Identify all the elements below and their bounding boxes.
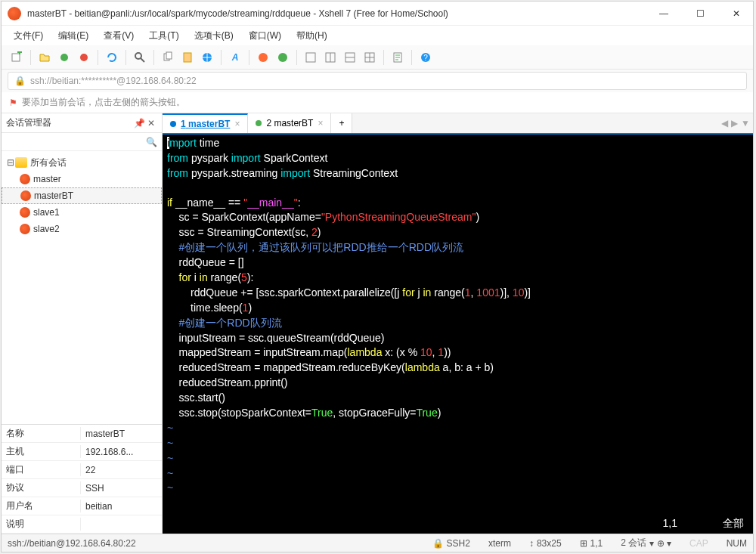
hint-bar: ⚑ 要添加当前会话，点击左侧的箭头按钮。: [2, 92, 753, 113]
layout2-icon[interactable]: [321, 48, 339, 67]
tab-1[interactable]: 1 masterBT ×: [163, 113, 248, 133]
status-dot-icon: [256, 120, 262, 126]
new-tab-button[interactable]: +: [331, 113, 352, 133]
prop-row: 说明: [2, 515, 162, 534]
status-protocol: 🔒SSH2: [432, 538, 470, 549]
menu-help[interactable]: 帮助(H): [290, 27, 333, 45]
pin-icon[interactable]: 📌: [133, 117, 145, 129]
properties-table: 名称masterBT 主机192.168.6... 端口22 协议SSH 用户名…: [2, 424, 162, 534]
menu-tabs[interactable]: 选项卡(B): [188, 27, 240, 45]
tab-next-icon[interactable]: ▶: [731, 118, 738, 128]
session-manager-panel: 会话管理器 📌 ✕ 🔍 ⊟ 所有会话 master ma: [2, 113, 163, 534]
lock-icon: 🔒: [432, 538, 444, 549]
status-connection: ssh://beitian@192.168.64.80:22: [8, 538, 136, 549]
prop-row: 名称masterBT: [2, 425, 162, 443]
titlebar: masterBT - beitian@panli:/usr/local/spar…: [2, 2, 753, 26]
layout3-icon[interactable]: [341, 48, 359, 67]
svg-rect-10: [306, 53, 315, 62]
window-title: masterBT - beitian@panli:/usr/local/spar…: [27, 8, 653, 19]
lock-icon: 🔒: [14, 76, 26, 86]
reconnect-icon[interactable]: [103, 48, 121, 67]
connect-icon[interactable]: [55, 48, 73, 67]
session-icon: [20, 224, 30, 234]
svg-rect-6: [184, 53, 191, 62]
session-tree: ⊟ 所有会话 master masterBT slave1: [2, 151, 162, 424]
close-button[interactable]: ✕: [726, 3, 747, 24]
tree-item-slave2[interactable]: slave2: [2, 221, 162, 237]
layout4-icon[interactable]: [361, 48, 379, 67]
script-icon[interactable]: [389, 48, 407, 67]
tree-item-label: master: [33, 174, 61, 184]
toolbar: A ?: [2, 45, 753, 70]
session-icon: [20, 190, 31, 201]
svg-point-8: [259, 53, 268, 62]
addressbar: 🔒 ssh://beitian:**********@192.168.64.80…: [2, 70, 753, 92]
address-input[interactable]: 🔒 ssh://beitian:**********@192.168.64.80…: [8, 72, 747, 90]
minimize-button[interactable]: ―: [653, 3, 674, 24]
tree-item-label: slave2: [33, 224, 60, 234]
terminal[interactable]: import time from pyspark import SparkCon…: [163, 135, 753, 534]
tree-root-label: 所有会话: [30, 156, 67, 169]
tree-item-label: slave1: [33, 207, 60, 218]
sidebar-search[interactable]: 🔍: [2, 133, 162, 151]
help-icon[interactable]: ?: [417, 48, 435, 67]
search-icon[interactable]: [131, 48, 149, 67]
sidebar-title: 会话管理器: [6, 116, 133, 129]
tab-bar: 1 masterBT × 2 masterBT × + ◀ ▶ ▼: [163, 113, 753, 135]
sidebar-header: 会话管理器 📌 ✕: [2, 113, 162, 133]
disconnect-icon[interactable]: [75, 48, 93, 67]
new-session-icon[interactable]: [8, 48, 26, 67]
app-window: masterBT - beitian@panli:/usr/local/spar…: [1, 1, 754, 552]
session-icon: [20, 174, 30, 184]
session-icon: [20, 207, 30, 218]
tree-item-masterbt[interactable]: masterBT: [2, 187, 162, 204]
prop-row: 端口22: [2, 461, 162, 479]
main-area: 会话管理器 📌 ✕ 🔍 ⊟ 所有会话 master ma: [2, 113, 753, 534]
status-term: xterm: [488, 538, 511, 549]
open-icon[interactable]: [36, 48, 54, 67]
globe-icon[interactable]: [198, 48, 216, 67]
status-caps: CAP: [689, 538, 708, 549]
copy-icon[interactable]: [159, 48, 177, 67]
panel-close-icon[interactable]: ✕: [145, 117, 157, 129]
paste-icon[interactable]: [178, 48, 197, 67]
maximize-button[interactable]: ☐: [689, 3, 711, 24]
xftp-icon[interactable]: [274, 48, 292, 67]
menu-edit[interactable]: 编辑(E): [52, 27, 94, 45]
svg-rect-0: [12, 54, 20, 61]
app-icon: [8, 7, 21, 20]
font-icon[interactable]: A: [226, 48, 244, 67]
layout1-icon[interactable]: [302, 48, 320, 67]
tree-item-slave1[interactable]: slave1: [2, 204, 162, 221]
tab-2[interactable]: 2 masterBT ×: [248, 113, 331, 133]
tree-item-master[interactable]: master: [2, 171, 162, 187]
prop-row: 主机192.168.6...: [2, 443, 162, 461]
watermark: CSDN @绀月: [685, 522, 745, 536]
menu-view[interactable]: 查看(V): [98, 27, 140, 45]
address-value: ssh://beitian:**********@192.168.64.80:2…: [30, 76, 197, 86]
tree-root[interactable]: ⊟ 所有会话: [2, 154, 162, 171]
status-size: ↕ 83x25: [529, 538, 562, 549]
tree-item-label: masterBT: [34, 190, 73, 201]
tab-close-icon[interactable]: ×: [318, 118, 323, 128]
window-controls: ― ☐ ✕: [653, 3, 747, 24]
svg-point-1: [60, 54, 68, 61]
statusbar: ssh://beitian@192.168.64.80:22 🔒SSH2 xte…: [2, 534, 753, 552]
hint-text: 要添加当前会话，点击左侧的箭头按钮。: [22, 96, 185, 109]
svg-text:?: ?: [423, 54, 428, 62]
xshell-icon[interactable]: [254, 48, 272, 67]
tab-close-icon[interactable]: ×: [234, 119, 240, 129]
collapse-icon[interactable]: ⊟: [6, 157, 15, 168]
status-num: NUM: [727, 538, 747, 549]
menu-file[interactable]: 文件(F): [8, 27, 49, 45]
prop-row: 用户名beitian: [2, 497, 162, 515]
flag-icon: ⚑: [9, 97, 17, 108]
menu-tools[interactable]: 工具(T): [143, 27, 184, 45]
menu-window[interactable]: 窗口(W): [243, 27, 287, 45]
vim-cursor-pos: 1,1: [663, 516, 677, 531]
status-cursor: ⊞ 1,1: [580, 538, 603, 549]
folder-icon: [15, 157, 27, 168]
svg-rect-5: [166, 52, 172, 59]
tab-prev-icon[interactable]: ◀: [721, 118, 728, 128]
tab-menu-icon[interactable]: ▼: [741, 118, 750, 128]
